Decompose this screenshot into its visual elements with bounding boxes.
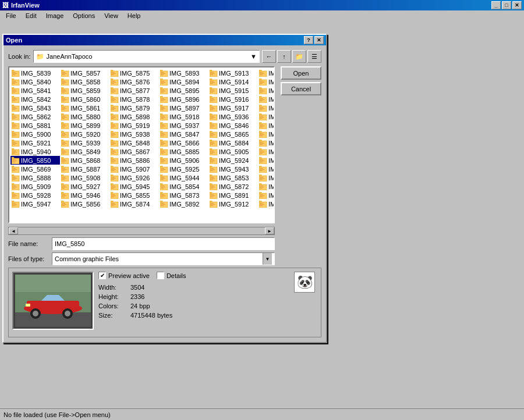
file-item[interactable]: IMG_5894	[159, 77, 208, 86]
menu-options[interactable]: Options	[69, 12, 98, 20]
maximize-button[interactable]: □	[502, 1, 511, 9]
file-item[interactable]: IMG_5935	[258, 104, 275, 112]
file-item[interactable]: IMG_5927	[60, 182, 109, 191]
file-item[interactable]: IMG_5942	[258, 156, 275, 165]
file-item[interactable]: IMG_5872	[208, 182, 258, 191]
file-item[interactable]: IMG_5916	[208, 95, 258, 104]
nav-back-button[interactable]: ←	[262, 50, 276, 63]
file-item[interactable]: IMG_5858	[60, 77, 109, 86]
dialog-help-button[interactable]: ?	[304, 36, 313, 44]
file-item[interactable]: IMG_5878	[109, 95, 159, 104]
menu-help[interactable]: Help	[124, 12, 144, 20]
file-item[interactable]: IMG_5937	[159, 121, 208, 130]
file-item[interactable]: IMG_5939	[60, 138, 109, 147]
file-item[interactable]: IMG_5925	[159, 165, 208, 173]
file-item[interactable]: IMG_5850	[10, 156, 60, 165]
file-item[interactable]: IMG_5897	[159, 104, 208, 112]
file-item[interactable]: IMG_5913	[208, 69, 258, 77]
cancel-button[interactable]: Cancel	[281, 82, 321, 95]
file-item[interactable]: IMG_5871	[258, 173, 275, 182]
file-item[interactable]: IMG_5886	[109, 156, 159, 165]
file-item[interactable]: IMG_5842	[10, 95, 60, 104]
file-item[interactable]: IMG_5915	[208, 86, 258, 95]
preview-active-checkbox-label[interactable]: ✔ Preview active	[98, 272, 150, 279]
file-item[interactable]: IMG_5888	[10, 173, 60, 182]
file-item[interactable]: IMG_5883	[258, 130, 275, 138]
look-in-combo[interactable]: 📁 JaneAnnTapoco ▼	[33, 50, 260, 63]
file-item[interactable]: IMG_5841	[10, 86, 60, 95]
file-item[interactable]: IMG_5877	[109, 86, 159, 95]
file-item[interactable]: IMG_5932	[258, 77, 275, 86]
file-item[interactable]: IMG_5919	[109, 121, 159, 130]
file-item[interactable]: IMG_5874	[109, 200, 159, 208]
file-item[interactable]: IMG_5943	[208, 165, 258, 173]
file-item[interactable]: IMG_5846	[208, 121, 258, 130]
file-item[interactable]: IMG_5934	[258, 95, 275, 104]
file-item[interactable]: IMG_5917	[208, 104, 258, 112]
file-item[interactable]: IMG_5918	[159, 112, 208, 121]
file-item[interactable]: IMG_5944	[159, 173, 208, 182]
file-item[interactable]: IMG_5905	[208, 147, 258, 156]
file-item[interactable]: IMG_5931	[258, 69, 275, 77]
file-item[interactable]: IMG_5890	[258, 182, 275, 191]
file-item[interactable]: IMG_5945	[109, 182, 159, 191]
file-item[interactable]: IMG_5898	[109, 112, 159, 121]
nav-up-button[interactable]: ↑	[277, 50, 291, 63]
file-item[interactable]: IMG_5839	[10, 69, 60, 77]
file-item[interactable]: IMG_5884	[208, 138, 258, 147]
details-checkbox-label[interactable]: Details	[157, 272, 186, 279]
file-item[interactable]: IMG_5923	[258, 147, 275, 156]
close-button[interactable]: ✕	[512, 1, 522, 9]
new-folder-button[interactable]: 📁	[292, 50, 306, 63]
file-item[interactable]: IMG_5840	[10, 77, 60, 86]
file-item[interactable]: IMG_5946	[60, 191, 109, 200]
file-item[interactable]: IMG_5940	[10, 147, 60, 156]
minimize-button[interactable]: _	[491, 1, 501, 9]
menu-view[interactable]: View	[101, 12, 122, 20]
file-item[interactable]: IMG_5853	[208, 173, 258, 182]
file-item[interactable]: IMG_5857	[60, 69, 109, 77]
file-item[interactable]: IMG_5912	[208, 200, 258, 208]
file-item[interactable]: IMG_5908	[60, 173, 109, 182]
file-item[interactable]: IMG_5845	[258, 112, 275, 121]
file-item[interactable]: IMG_5887	[60, 165, 109, 173]
file-item[interactable]: IMG_5875	[109, 69, 159, 77]
file-item[interactable]: IMG_5930	[258, 200, 275, 208]
file-item[interactable]: IMG_5848	[109, 138, 159, 147]
file-name-input[interactable]	[52, 237, 275, 250]
file-item[interactable]: IMG_5879	[109, 104, 159, 112]
menu-image[interactable]: Image	[43, 12, 68, 20]
file-item[interactable]: IMG_5843	[10, 104, 60, 112]
file-item[interactable]: IMG_5907	[109, 165, 159, 173]
file-item[interactable]: IMG_5895	[159, 86, 208, 95]
file-list-container[interactable]: IMG_5839 IMG_5857 IMG_5875 IMG_5893 IMG_…	[8, 66, 275, 223]
file-item[interactable]: IMG_5933	[258, 86, 275, 95]
file-item[interactable]: IMG_5859	[60, 86, 109, 95]
file-item[interactable]: IMG_5868	[60, 156, 109, 165]
file-item[interactable]: IMG_5902	[258, 138, 275, 147]
file-item[interactable]: IMG_5926	[109, 173, 159, 182]
file-item[interactable]: IMG_5865	[208, 130, 258, 138]
menu-edit[interactable]: Edit	[22, 12, 40, 20]
file-item[interactable]: IMG_5855	[109, 191, 159, 200]
dialog-close-button[interactable]: ✕	[314, 36, 324, 44]
file-type-combo[interactable]: Common graphic Files ▼	[52, 252, 275, 265]
menu-file[interactable]: File	[2, 12, 20, 20]
file-item[interactable]: IMG_5891	[208, 191, 258, 200]
file-item[interactable]: IMG_5861	[60, 104, 109, 112]
file-item[interactable]: IMG_5869	[10, 165, 60, 173]
file-item[interactable]: IMG_5909	[10, 182, 60, 191]
file-item[interactable]: IMG_5867	[109, 147, 159, 156]
file-item[interactable]: IMG_5899	[60, 121, 109, 130]
scroll-left-button[interactable]: ◄	[9, 227, 18, 234]
preview-active-checkbox[interactable]: ✔	[98, 272, 106, 279]
open-button[interactable]: Open	[281, 66, 321, 80]
file-item[interactable]: IMG_5928	[10, 191, 60, 200]
file-item[interactable]: IMG_5906	[159, 156, 208, 165]
file-item[interactable]: IMG_5947	[10, 200, 60, 208]
file-item[interactable]: IMG_5900	[10, 130, 60, 138]
file-item[interactable]: IMG_5864	[258, 121, 275, 130]
file-item[interactable]: IMG_5860	[60, 95, 109, 104]
file-item[interactable]: IMG_5854	[159, 182, 208, 191]
details-checkbox[interactable]	[157, 272, 164, 279]
